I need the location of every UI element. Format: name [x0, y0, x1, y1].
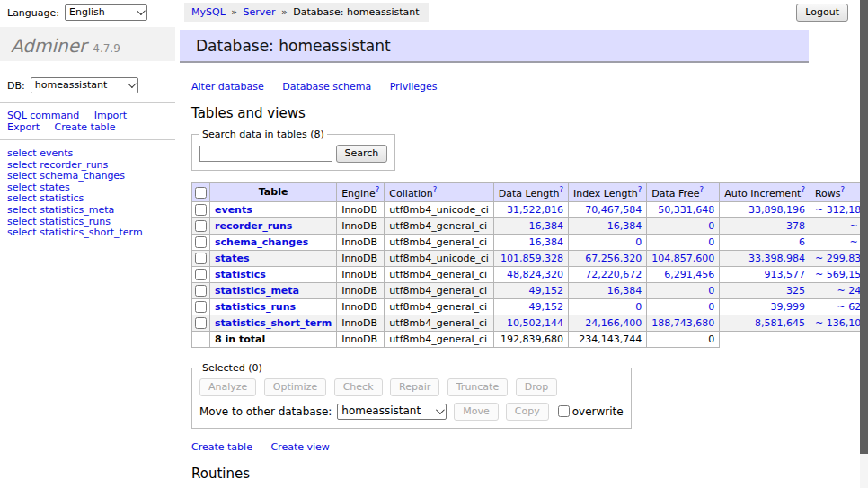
create-table-link[interactable]: Create table [191, 441, 252, 453]
table-row-events: events InnoDB utf8mb4_unicode_ci 31,522,… [192, 201, 868, 217]
row-checkbox[interactable] [195, 317, 207, 329]
selected-actions: Analyze Optimize Check Repair Truncate D… [199, 378, 624, 396]
index-length-cell: 16,384 [569, 217, 647, 234]
breadcrumb-mysql-link[interactable]: MySQL [191, 6, 226, 18]
adminer-logo: Adminer 4.7.9 [0, 27, 175, 61]
chevron-down-icon [128, 79, 137, 88]
export-link[interactable]: Export [7, 121, 40, 133]
selected-legend: Selected (0) [199, 362, 265, 374]
logout-button[interactable]: Logout [796, 4, 848, 22]
data-free-cell: 0 [647, 282, 720, 298]
row-checkbox[interactable] [195, 301, 207, 313]
table-link[interactable]: recorder_runs [215, 220, 292, 232]
data-free-cell: 0 [647, 217, 720, 234]
row-checkbox[interactable] [195, 269, 207, 280]
sql-command-link[interactable]: SQL command [7, 110, 79, 121]
help-icon[interactable]: ? [638, 185, 642, 194]
search-input[interactable] [199, 146, 332, 162]
check-button[interactable]: Check [334, 378, 383, 396]
help-icon[interactable]: ? [560, 185, 564, 194]
help-icon[interactable]: ? [801, 185, 805, 194]
truncate-button[interactable]: Truncate [447, 378, 508, 396]
table-link[interactable]: statistics_runs [215, 301, 296, 313]
scrollbar-track[interactable] [860, 0, 868, 488]
chevron-down-icon [436, 405, 445, 414]
copy-button[interactable]: Copy [506, 403, 549, 421]
help-icon[interactable]: ? [841, 185, 846, 194]
index-length-cell: 16,384 [569, 282, 647, 298]
sidebar-item-select-schema-changes[interactable]: select schema_changes [7, 171, 175, 182]
table-link[interactable]: events [215, 204, 252, 216]
sidebar-item-select-statistics-short-term[interactable]: select statistics_short_term [7, 227, 175, 239]
help-icon[interactable]: ? [376, 185, 380, 194]
sidebar-table-list: select events select recorder_runs selec… [0, 140, 175, 239]
auto-increment-cell: 6 [720, 234, 810, 250]
move-button[interactable]: Move [454, 403, 499, 421]
row-checkbox[interactable] [195, 285, 207, 297]
row-checkbox[interactable] [195, 236, 207, 248]
import-link[interactable]: Import [94, 110, 128, 121]
sidebar-item-select-events[interactable]: select events [7, 148, 175, 160]
engine-cell: InnoDB [337, 234, 385, 250]
auto-increment-cell: 8,581,645 [720, 315, 810, 331]
data-length-cell: 49,152 [493, 298, 568, 315]
auto-increment-cell: 325 [720, 282, 810, 298]
adminer-version: 4.7.9 [93, 42, 120, 55]
collation-cell: utf8mb4_general_ci [385, 282, 493, 298]
data-free-total: 0 [647, 331, 720, 347]
table-link[interactable]: statistics [215, 269, 266, 280]
engine-cell: InnoDB [337, 298, 385, 315]
create-view-link[interactable]: Create view [270, 441, 329, 453]
move-database-select[interactable]: homeassistant [337, 404, 447, 420]
create-table-link[interactable]: Create table [55, 121, 116, 133]
row-checkbox[interactable] [195, 220, 207, 232]
auto-increment-cell: 913,577 [720, 266, 810, 282]
tables-table: Table Engine? Collation? Data Length? In… [191, 182, 868, 348]
language-select[interactable]: English [65, 4, 147, 21]
optimize-button[interactable]: Optimize [264, 378, 326, 396]
breadcrumb-separator: » [281, 6, 288, 18]
move-label: Move to other database: [199, 405, 332, 418]
overwrite-checkbox[interactable] [558, 405, 570, 417]
repair-button[interactable]: Repair [390, 378, 439, 396]
col-auto-increment: Auto Increment? [720, 183, 810, 202]
search-legend: Search data in tables (8) [199, 129, 327, 140]
table-link[interactable]: schema_changes [215, 236, 308, 248]
data-length-total: 192,839,680 [493, 331, 568, 347]
data-free-cell: 50,331,648 [647, 201, 720, 217]
scrollbar-thumb[interactable] [860, 0, 868, 454]
chevron-down-icon [137, 6, 146, 15]
search-button[interactable]: Search [336, 145, 388, 163]
help-icon[interactable]: ? [433, 185, 438, 194]
data-length-cell: 16,384 [493, 217, 568, 234]
alter-database-link[interactable]: Alter database [191, 81, 264, 93]
analyze-button[interactable]: Analyze [199, 378, 256, 396]
collation-cell: utf8mb4_unicode_ci [385, 250, 493, 266]
database-schema-link[interactable]: Database schema [282, 81, 371, 93]
col-index-length: Index Length? [569, 183, 647, 202]
row-checkbox[interactable] [195, 204, 207, 216]
index-length-total: 234,143,744 [569, 331, 647, 347]
language-form: Language: English [7, 4, 147, 21]
index-length-cell: 67,256,320 [569, 250, 647, 266]
sidebar-item-select-statistics-meta[interactable]: select statistics_meta [7, 205, 175, 217]
breadcrumb-server-link[interactable]: Server [244, 6, 276, 18]
select-all-checkbox[interactable] [195, 187, 207, 199]
table-link[interactable]: statistics_meta [215, 285, 299, 297]
auto-increment-cell: 33,398,984 [720, 250, 810, 266]
tables-and-views-heading: Tables and views [191, 105, 856, 121]
engine-cell: InnoDB [337, 217, 385, 234]
privileges-link[interactable]: Privileges [390, 81, 438, 93]
db-select[interactable]: homeassistant [31, 77, 138, 93]
table-link[interactable]: states [215, 253, 250, 264]
table-row-statistics-runs: statistics_runs InnoDB utf8mb4_general_c… [192, 298, 868, 315]
col-table: Table [210, 183, 337, 202]
table-link[interactable]: statistics_short_term [215, 317, 332, 329]
drop-button[interactable]: Drop [516, 378, 557, 396]
engine-cell: InnoDB [337, 315, 385, 331]
row-checkbox[interactable] [195, 253, 207, 264]
db-chooser: DB: homeassistant [0, 61, 175, 102]
breadcrumb-current: Database: homeassistant [293, 6, 419, 18]
selected-fieldset: Selected (0) Analyze Optimize Check Repa… [191, 362, 632, 429]
help-icon[interactable]: ? [699, 185, 704, 194]
